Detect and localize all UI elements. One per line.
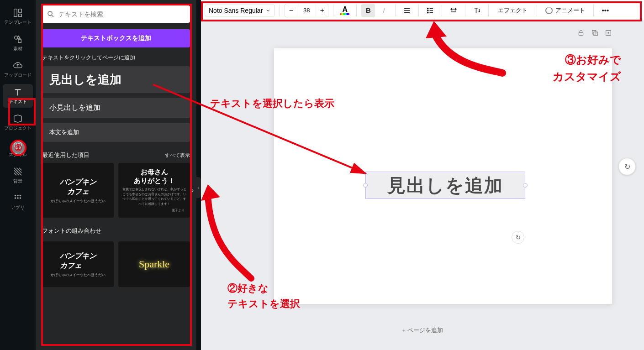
svg-rect-1 (19, 9, 21, 12)
resize-handle-left[interactable] (363, 183, 368, 188)
sync-button[interactable]: ↻ (512, 231, 524, 244)
svg-rect-19 (579, 32, 583, 35)
rail-text-label: テキスト (9, 99, 27, 105)
svg-point-11 (20, 194, 21, 196)
combo-thumb-2[interactable]: Sparkle (118, 241, 190, 287)
separator (418, 5, 419, 16)
font-size-value[interactable]: 38 (297, 4, 316, 17)
vertical-text-button[interactable] (470, 4, 484, 17)
svg-rect-21 (594, 32, 597, 36)
effects-button[interactable]: エフェクト (493, 6, 532, 15)
textbox-text[interactable]: 見出しを追加 (387, 173, 503, 198)
svg-point-18 (428, 12, 428, 13)
font-name: Noto Sans Regular (209, 7, 263, 14)
search-input[interactable] (58, 10, 185, 18)
bold-button[interactable]: B (361, 4, 375, 17)
combo-thumb-1[interactable]: パンプキンカフェ かぼちゃのスイーツたべほうだい (42, 241, 114, 287)
combo-thumbs: パンプキンカフェ かぼちゃのスイーツたべほうだい Sparkle (42, 241, 190, 287)
font-size-decrease[interactable]: − (285, 6, 297, 15)
color-swatch (340, 13, 349, 15)
add-body-button[interactable]: 本文を追加 (42, 123, 190, 142)
svg-point-15 (48, 11, 52, 16)
resize-handle-right[interactable] (523, 183, 528, 188)
svg-point-13 (17, 197, 19, 199)
rail-background[interactable]: 背景 (3, 163, 33, 187)
page-tools (576, 28, 613, 37)
rail-elements-label: 素材 (13, 46, 22, 52)
recent-thumb-2[interactable]: お母さんありがとう！ 言葉では表現しきれないけれど、私がずっとこでも幸せなのはお… (118, 163, 190, 218)
separator (442, 5, 442, 16)
rail-background-label: 背景 (13, 178, 22, 184)
rail-upload[interactable]: アップロード (3, 57, 33, 81)
add-heading-button[interactable]: 見出しを追加 (42, 66, 190, 93)
animate-button[interactable]: アニメート (542, 6, 589, 15)
separator (333, 5, 333, 16)
text-toolbar: Noto Sans Regular − 38 + A B I エフェクト アニメ… (201, 0, 644, 21)
rail-upload-label: アップロード (4, 73, 32, 78)
separator (465, 5, 465, 16)
canvas-page[interactable]: 見出しを追加 ↻ (274, 48, 612, 304)
separator (395, 5, 396, 16)
spacing-button[interactable] (447, 4, 460, 17)
panel-collapse-handle[interactable]: ‹ (195, 177, 201, 198)
text-color-icon: A (343, 6, 348, 13)
add-page-button[interactable]: + ページを追加 (402, 326, 443, 334)
rail-elements[interactable]: 素材 (3, 31, 33, 55)
animate-label: アニメート (555, 6, 585, 15)
list-button[interactable] (423, 4, 437, 17)
svg-point-16 (428, 8, 428, 9)
rail-apps[interactable]: アプリ (3, 190, 33, 214)
separator (488, 5, 489, 16)
font-size-stepper: − 38 + (285, 4, 328, 17)
svg-rect-20 (592, 31, 596, 34)
canvas-area: 見出しを追加 ↻ ↻ + ページを追加 (201, 21, 644, 350)
panel-hint: テキストをクリックしてページに追加 (42, 54, 190, 62)
svg-point-10 (17, 194, 19, 196)
font-combo-title: フォントの組み合わせ (42, 227, 101, 235)
recent-title: 最近使用した項目 (42, 151, 90, 159)
rail-projects[interactable]: プロジェクト (3, 110, 33, 134)
svg-rect-4 (18, 39, 21, 42)
recent-thumb-1[interactable]: パンプキンカフェ かぼちゃのスイーツたべほうだい (42, 163, 114, 218)
recent-thumbs: パンプキンカフェ かぼちゃのスイーツたべほうだい お母さんありがとう！ 言葉では… (42, 163, 190, 218)
italic-button[interactable]: I (377, 4, 391, 17)
annotation-step-1: ① (10, 140, 26, 156)
floating-action-button[interactable]: ↻ (618, 158, 636, 175)
search-icon (47, 10, 55, 18)
show-all-link[interactable]: すべて表示 (165, 152, 190, 159)
separator (593, 5, 594, 16)
selected-textbox[interactable]: 見出しを追加 (365, 172, 525, 199)
separator (356, 5, 357, 16)
svg-point-12 (15, 197, 16, 199)
add-subheading-button[interactable]: 小見出しを追加 (42, 98, 190, 118)
rail-template[interactable]: テンプレート (3, 5, 33, 28)
text-panel: テキストボックスを追加 テキストをクリックしてページに追加 見出しを追加 小見出… (36, 0, 196, 350)
animate-icon (545, 7, 553, 14)
add-page-icon[interactable] (604, 28, 613, 37)
separator (537, 5, 537, 16)
align-button[interactable] (400, 4, 414, 17)
carousel-next-icon[interactable]: › (191, 186, 194, 194)
separator (280, 5, 280, 16)
rail-projects-label: プロジェクト (4, 125, 32, 131)
more-button[interactable]: ••• (598, 4, 612, 17)
rail-text[interactable]: テキスト (3, 84, 33, 108)
search-bar[interactable] (42, 5, 190, 23)
font-size-increase[interactable]: + (316, 6, 328, 15)
svg-rect-2 (19, 14, 21, 16)
add-textbox-button[interactable]: テキストボックスを追加 (42, 29, 190, 47)
svg-point-17 (428, 10, 428, 10)
svg-point-9 (15, 194, 16, 196)
rail-template-label: テンプレート (4, 20, 32, 26)
lock-icon[interactable] (576, 28, 586, 37)
text-color-button[interactable]: A (338, 6, 352, 15)
duplicate-icon[interactable] (590, 28, 599, 37)
font-picker[interactable]: Noto Sans Regular (205, 5, 275, 16)
left-rail: テンプレート 素材 アップロード テキスト プロジェクト スタイル 背景 アプリ (0, 0, 36, 350)
svg-rect-0 (14, 9, 17, 16)
rail-apps-label: アプリ (11, 205, 25, 211)
chevron-down-icon (265, 8, 271, 13)
svg-point-14 (20, 197, 21, 199)
